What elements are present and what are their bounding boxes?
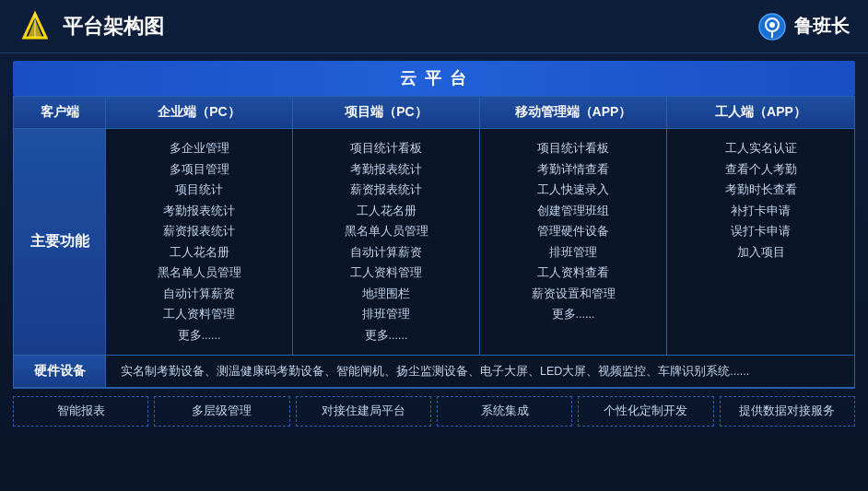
list-item: 自动计算薪资 [300,242,472,263]
list-item: 工人实名认证 [674,138,847,159]
list-item: 考勤报表统计 [113,201,285,222]
list-item: 黑名单人员管理 [300,221,472,242]
list-item: 自动计算薪资 [113,284,285,305]
header-right: 鲁班长 [757,12,850,41]
service-item-1: 智能报表 [13,396,148,427]
row-label-features: 主要功能 [14,129,106,355]
list-item: 工人花名册 [113,242,285,263]
list-item: 地理围栏 [300,284,472,305]
list-item: 薪资报表统计 [300,180,472,201]
platform-table: 客户端 企业端（PC） 项目端（PC） 移动管理端（APP） 工人端（APP） … [13,96,855,389]
brand-icon [757,12,787,41]
column-headers: 客户端 企业端（PC） 项目端（PC） 移动管理端（APP） 工人端（APP） [14,97,854,129]
list-item: 考勤时长查看 [674,180,847,201]
logo-icon [18,10,52,43]
hardware-row: 硬件设备 实名制考勤设备、测温健康码考勤设备、智能闸机、扬尘监测设备、电子大屏、… [14,356,854,388]
brand-name: 鲁班长 [794,14,850,39]
header: 平台架构图 鲁班长 [0,0,868,53]
list-item: 排班管理 [300,304,472,325]
list-item: 排班管理 [487,242,659,263]
service-item-5: 个性化定制开发 [578,396,713,427]
list-item: 薪资报表统计 [113,221,285,242]
list-item: 项目统计看板 [300,138,472,159]
list-item: 更多...... [487,304,659,325]
list-item: 误打卡申请 [674,221,847,242]
list-item: 工人快速录入 [487,180,659,201]
service-item-4: 系统集成 [437,396,572,427]
header-title: 平台架构图 [63,13,164,41]
col-header-client: 客户端 [14,97,106,128]
list-item: 考勤报表统计 [300,159,472,181]
service-item-6: 提供数据对接服务 [720,396,855,427]
project-features: 项目统计看板 考勤报表统计 薪资报表统计 工人花名册 黑名单人员管理 自动计算薪… [293,129,480,355]
services-row: 智能报表 多层级管理 对接住建局平台 系统集成 个性化定制开发 提供数据对接服务 [13,396,855,427]
enterprise-features: 多企业管理 多项目管理 项目统计 考勤报表统计 薪资报表统计 工人花名册 黑名单… [106,129,293,355]
mobile-features: 项目统计看板 考勤详情查看 工人快速录入 创建管理班组 管理硬件设备 排班管理 … [480,129,667,355]
list-item: 工人资料查看 [487,263,659,284]
list-item: 黑名单人员管理 [113,263,285,284]
list-item: 更多...... [113,325,285,346]
hardware-content: 实名制考勤设备、测温健康码考勤设备、智能闸机、扬尘监测设备、电子大屏、LED大屏… [106,356,854,387]
cloud-platform-banner: 云 平 台 [13,61,855,96]
col-header-mobile: 移动管理端（APP） [480,97,667,128]
hardware-label: 硬件设备 [14,356,106,387]
list-item: 项目统计 [113,180,285,201]
list-item: 查看个人考勤 [674,159,847,181]
list-item: 加入项目 [674,242,847,263]
list-item: 多项目管理 [113,159,285,181]
main-content: 云 平 台 客户端 企业端（PC） 项目端（PC） 移动管理端（APP） 工人端… [0,53,868,434]
header-left: 平台架构图 [18,10,164,43]
svg-point-5 [769,22,775,28]
col-header-enterprise: 企业端（PC） [106,97,293,128]
list-item: 补打卡申请 [674,201,847,222]
list-item: 工人资料管理 [113,304,285,325]
list-item: 管理硬件设备 [487,221,659,242]
list-item: 工人花名册 [300,201,472,222]
page: 平台架构图 鲁班长 云 平 台 客户端 企业端（PC） 项目端（PC） 移动管理… [0,0,868,491]
col-header-worker: 工人端（APP） [667,97,854,128]
col-header-project: 项目端（PC） [293,97,480,128]
list-item: 考勤详情查看 [487,159,659,181]
list-item: 多企业管理 [113,138,285,159]
service-item-2: 多层级管理 [154,396,289,427]
main-features-row: 主要功能 多企业管理 多项目管理 项目统计 考勤报表统计 薪资报表统计 工人花名… [14,129,854,356]
list-item: 更多...... [300,325,472,346]
list-item: 工人资料管理 [300,263,472,284]
service-item-3: 对接住建局平台 [296,396,431,427]
list-item: 创建管理班组 [487,201,659,222]
list-item: 项目统计看板 [487,138,659,159]
worker-features: 工人实名认证 查看个人考勤 考勤时长查看 补打卡申请 误打卡申请 加入项目 [667,129,854,355]
list-item: 薪资设置和管理 [487,284,659,305]
